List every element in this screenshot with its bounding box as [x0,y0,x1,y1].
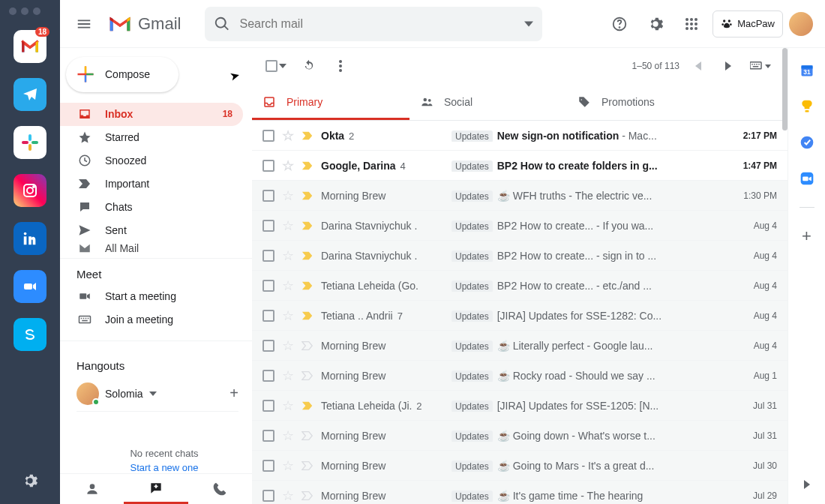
dock-app-telegram[interactable] [14,78,46,111]
email-row[interactable]: ☆Morning BrewUpdates☕Literally perfect -… [252,331,788,361]
next-page-button[interactable] [717,55,740,77]
importance-marker[interactable] [302,370,314,381]
tab-primary[interactable]: Primary [252,84,410,120]
email-row[interactable]: ☆Morning BrewUpdates☕Going down - What's… [252,421,788,451]
email-row[interactable]: ☆Darina Stavniychuk .UpdatesBP2 How to c… [252,241,788,271]
search-bar[interactable] [205,7,542,41]
add-addon-button[interactable]: + [800,229,814,244]
importance-marker[interactable] [302,190,314,201]
row-checkbox[interactable] [262,280,274,292]
main-menu-button[interactable] [66,6,102,42]
star-toggle[interactable]: ☆ [282,248,294,264]
email-row[interactable]: ☆Morning BrewUpdates☕Going to Mars - It'… [252,451,788,481]
refresh-button[interactable] [300,57,318,75]
chevron-down-icon[interactable] [279,64,286,68]
tasks-addon[interactable] [800,135,814,150]
email-row[interactable]: ☆Morning BrewUpdates☕WFH truths - The el… [252,181,788,211]
star-toggle[interactable]: ☆ [282,188,294,204]
importance-marker[interactable] [302,490,314,501]
new-chat-button[interactable]: + [230,385,238,402]
star-toggle[interactable]: ☆ [282,308,294,324]
row-checkbox[interactable] [262,460,274,472]
hangouts-contacts-tab[interactable] [60,474,124,504]
join-meeting[interactable]: Join a meeting [60,308,252,332]
email-row[interactable]: ☆Google, Darina 4UpdatesBP2 How to creat… [252,151,788,181]
importance-marker[interactable] [302,460,314,471]
org-chip[interactable]: MacPaw [712,10,783,38]
importance-marker[interactable] [302,160,314,171]
importance-marker[interactable] [302,310,314,321]
star-toggle[interactable]: ☆ [282,278,294,294]
hangouts-chat-tab[interactable] [124,474,188,504]
input-tools-button[interactable] [747,55,774,77]
row-checkbox[interactable] [262,400,274,412]
email-row[interactable]: ☆Tetiana Leheida (Ji. 2Updates[JIRA] Upd… [252,391,788,421]
email-row[interactable]: ☆Morning BrewUpdates☕It's game time - Th… [252,481,788,504]
nav-all-mail[interactable]: All Mail [60,242,243,255]
email-row[interactable]: ☆Darina Stavniychuk .UpdatesBP2 How to c… [252,211,788,241]
email-row[interactable]: ☆Tetiana Leheida (Go.UpdatesBP2 How to c… [252,271,788,301]
row-checkbox[interactable] [262,250,274,262]
prev-page-button[interactable] [687,55,710,77]
star-toggle[interactable]: ☆ [282,158,294,174]
star-toggle[interactable]: ☆ [282,458,294,474]
star-toggle[interactable]: ☆ [282,218,294,234]
email-list[interactable]: ☆Okta 2UpdatesNew sign-on notification -… [252,121,788,504]
importance-marker[interactable] [302,400,314,411]
dock-settings[interactable] [22,472,38,489]
row-checkbox[interactable] [262,370,274,382]
compose-button[interactable]: Compose [66,57,178,92]
importance-marker[interactable] [302,250,314,261]
nav-sent[interactable]: Sent [60,219,243,242]
side-panel-toggle[interactable] [804,480,810,489]
row-checkbox[interactable] [262,220,274,232]
star-toggle[interactable]: ☆ [282,428,294,444]
dock-app-linkedin[interactable] [14,222,46,255]
importance-marker[interactable] [302,130,314,141]
hangouts-current-user[interactable]: Solomia + [76,376,252,411]
start-meeting[interactable]: Start a meeting [60,285,252,308]
star-toggle[interactable]: ☆ [282,128,294,144]
email-row[interactable]: ☆Okta 2UpdatesNew sign-on notification -… [252,121,788,151]
importance-marker[interactable] [302,430,314,441]
calendar-addon[interactable]: 31 [800,63,814,78]
more-button[interactable] [332,57,350,75]
row-checkbox[interactable] [262,430,274,442]
importance-marker[interactable] [302,280,314,291]
row-checkbox[interactable] [262,130,274,142]
hangouts-phone-tab[interactable] [188,474,252,504]
importance-marker[interactable] [302,220,314,231]
row-checkbox[interactable] [262,160,274,172]
row-checkbox[interactable] [262,490,274,502]
start-chat-link[interactable]: Start a new one [76,462,252,473]
email-row[interactable]: ☆Tetiana .. Andrii 7Updates[JIRA] Update… [252,301,788,331]
settings-button[interactable] [640,9,670,39]
star-toggle[interactable]: ☆ [282,398,294,414]
nav-important[interactable]: Important [60,172,243,196]
tab-social[interactable]: Social [410,84,567,120]
star-toggle[interactable]: ☆ [282,488,294,504]
select-all-checkbox[interactable] [266,60,286,72]
dock-app-gmail[interactable]: 18 [14,30,46,63]
star-toggle[interactable]: ☆ [282,368,294,384]
apps-grid-button[interactable] [676,9,706,39]
dock-app-zoom[interactable] [14,270,46,303]
dock-app-skype[interactable] [14,318,46,351]
scrollbar-thumb[interactable] [782,121,788,130]
row-checkbox[interactable] [262,340,274,352]
dock-app-instagram[interactable] [14,174,46,207]
window-traffic-lights[interactable] [9,8,40,15]
row-checkbox[interactable] [262,310,274,322]
nav-chats[interactable]: Chats [60,196,243,219]
nav-snoozed[interactable]: Snoozed [60,149,243,172]
tab-promotions[interactable]: Promotions [567,84,724,120]
search-input[interactable] [239,17,515,31]
email-row[interactable]: ☆Morning BrewUpdates☕Rocky road - Should… [252,361,788,391]
account-avatar[interactable] [789,12,813,36]
support-button[interactable] [604,9,634,39]
row-checkbox[interactable] [262,190,274,202]
zoom-addon[interactable] [800,171,814,186]
search-options-icon[interactable] [524,20,533,28]
dock-app-slack[interactable] [14,126,46,159]
keep-addon[interactable] [800,99,814,114]
